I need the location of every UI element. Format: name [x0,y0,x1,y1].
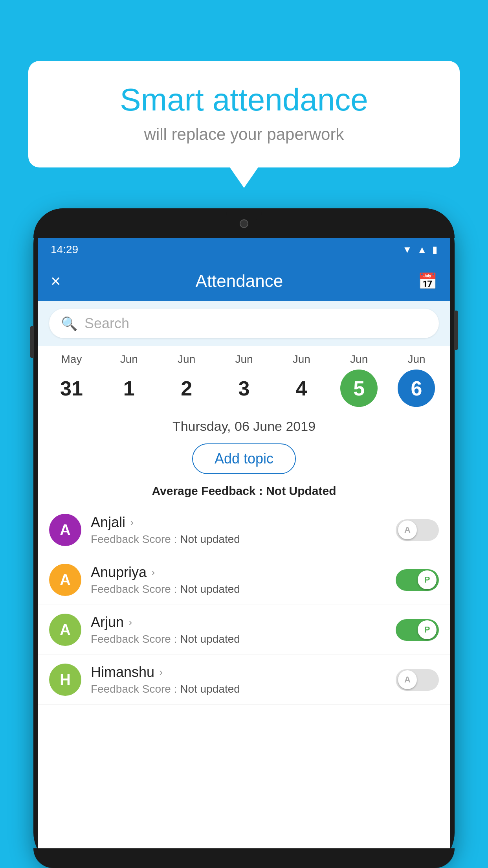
phone-screen: 14:29 ▼ ▲ ▮ × Attendance 📅 🔍 Search May3… [38,238,450,848]
student-name: Himanshu [91,664,154,680]
student-name-row: Anupriya› [91,564,386,581]
calendar-strip: May31Jun1Jun2Jun3Jun4Jun5Jun6 [38,346,450,412]
attendance-toggle[interactable]: P [396,569,439,591]
student-item[interactable]: AArjun›Feedback Score : Not updatedP [38,605,450,655]
toggle-knob: A [398,670,417,689]
search-icon: 🔍 [61,316,77,331]
cal-month-label: Jun [178,353,195,366]
cal-date-number: 1 [110,370,148,407]
calendar-day[interactable]: Jun1 [103,353,154,407]
calendar-day[interactable]: Jun3 [218,353,270,407]
cal-date-number: 3 [225,370,262,407]
cal-month-label: Jun [350,353,368,366]
student-info: Anjali›Feedback Score : Not updated [91,514,386,546]
toggle-knob: P [418,620,437,639]
cal-month-label: Jun [235,353,253,366]
student-name-row: Himanshu› [91,664,386,680]
toggle-knob: P [418,570,437,589]
cal-date-number: 31 [53,370,90,407]
cal-date-number: 5 [340,370,378,407]
speech-bubble: Smart attendance will replace your paper… [28,61,460,167]
student-name: Anjali [91,514,125,531]
calendar-day[interactable]: Jun6 [391,353,442,407]
feedback-avg-label: Average Feedback : [152,484,262,497]
signal-icon: ▲ [417,244,427,255]
cal-month-label: Jun [293,353,310,366]
toggle-switch[interactable]: P [396,569,439,591]
student-avatar: A [49,514,81,546]
student-chevron-icon: › [130,516,134,529]
search-placeholder: Search [84,315,129,332]
student-chevron-icon: › [159,666,163,679]
student-item[interactable]: AAnupriya›Feedback Score : Not updatedP [38,555,450,605]
power-button [454,311,458,350]
attendance-toggle[interactable]: P [396,619,439,641]
speech-bubble-subtitle: will replace your paperwork [52,125,436,144]
battery-icon: ▮ [432,244,437,255]
student-name: Arjun [91,614,124,631]
search-bar-wrap: 🔍 Search [38,301,450,346]
student-item[interactable]: AAnjali›Feedback Score : Not updatedA [38,505,450,555]
toggle-switch[interactable]: A [396,669,439,691]
calendar-day[interactable]: Jun4 [276,353,327,407]
feedback-avg-value: Not Updated [266,484,336,497]
student-chevron-icon: › [128,616,132,629]
student-name-row: Arjun› [91,614,386,631]
student-feedback-score: Feedback Score : Not updated [91,633,386,645]
student-info: Arjun›Feedback Score : Not updated [91,614,386,645]
student-chevron-icon: › [151,566,155,579]
cal-date-number: 4 [283,370,320,407]
cal-date-number: 6 [398,370,435,407]
phone-notch [226,208,262,220]
student-avatar: H [49,664,81,696]
student-name-row: Anjali› [91,514,386,531]
cal-date-number: 2 [168,370,205,407]
volume-button [30,326,34,358]
phone-frame: 14:29 ▼ ▲ ▮ × Attendance 📅 🔍 Search May3… [33,208,455,868]
toggle-switch[interactable]: A [396,519,439,541]
student-avatar: A [49,614,81,646]
toggle-knob: A [398,520,417,539]
phone-top-bar [33,208,455,238]
selected-date-label: Thursday, 06 June 2019 [38,412,450,438]
cal-month-label: Jun [120,353,138,366]
phone-camera [240,219,248,228]
student-name: Anupriya [91,564,147,581]
add-topic-wrap: Add topic [38,438,450,481]
cal-month-label: May [61,353,82,366]
feedback-avg: Average Feedback : Not Updated [38,481,450,505]
student-feedback-score: Feedback Score : Not updated [91,683,386,695]
close-button[interactable]: × [51,271,61,291]
toggle-switch[interactable]: P [396,619,439,641]
attendance-toggle[interactable]: A [396,519,439,541]
app-bar-title: Attendance [72,271,407,291]
calendar-day[interactable]: Jun5 [334,353,385,407]
wifi-icon: ▼ [402,244,412,255]
add-topic-button[interactable]: Add topic [192,443,296,474]
status-time: 14:29 [51,243,78,256]
status-icons: ▼ ▲ ▮ [402,244,437,255]
calendar-day[interactable]: May31 [46,353,97,407]
speech-bubble-title: Smart attendance [52,83,436,117]
student-list: AAnjali›Feedback Score : Not updatedAAAn… [38,505,450,705]
calendar-icon[interactable]: 📅 [418,272,437,291]
student-feedback-score: Feedback Score : Not updated [91,583,386,596]
calendar-day[interactable]: Jun2 [161,353,212,407]
student-avatar: A [49,564,81,596]
student-feedback-score: Feedback Score : Not updated [91,533,386,546]
attendance-toggle[interactable]: A [396,669,439,691]
status-bar: 14:29 ▼ ▲ ▮ [38,238,450,261]
phone-bottom-bar [33,848,455,868]
app-bar: × Attendance 📅 [38,261,450,301]
student-item[interactable]: HHimanshu›Feedback Score : Not updatedA [38,655,450,705]
cal-month-label: Jun [407,353,425,366]
search-input[interactable]: 🔍 Search [49,309,439,338]
student-info: Anupriya›Feedback Score : Not updated [91,564,386,596]
student-info: Himanshu›Feedback Score : Not updated [91,664,386,695]
